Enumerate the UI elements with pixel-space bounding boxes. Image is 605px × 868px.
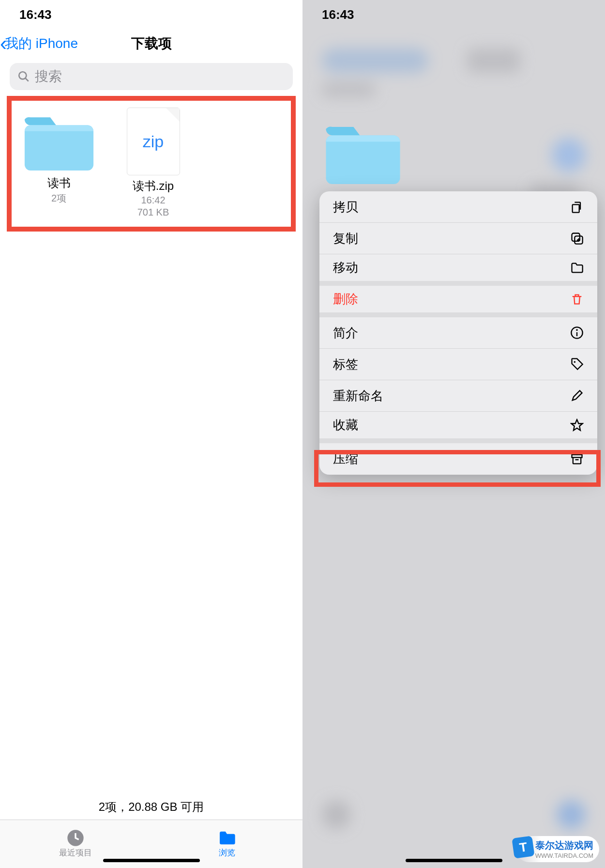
- menu-item-label: 复制: [333, 230, 358, 247]
- folder-icon: [20, 108, 98, 170]
- menu-item-label: 删除: [333, 291, 358, 308]
- menu-item-tag[interactable]: 标签: [319, 349, 597, 380]
- menu-item-info[interactable]: 简介: [319, 317, 597, 349]
- file-size: 701 KB: [137, 207, 169, 218]
- copy-icon: [570, 200, 584, 214]
- folder-icon: [570, 261, 584, 275]
- menu-item-archive[interactable]: 压缩: [319, 443, 597, 475]
- menu-item-duplicate[interactable]: 复制: [319, 223, 597, 254]
- search-placeholder: 搜索: [35, 67, 62, 86]
- menu-item-pencil[interactable]: 重新命名: [319, 380, 597, 412]
- file-name: 读书.zip: [133, 178, 174, 194]
- watermark-title: 泰尔达游戏网: [535, 839, 593, 852]
- home-indicator[interactable]: [406, 859, 502, 862]
- storage-info: 2项，20.88 GB 可用: [0, 799, 302, 815]
- search-input[interactable]: 搜索: [10, 63, 293, 90]
- menu-item-label: 标签: [333, 356, 358, 373]
- trash-icon: [570, 293, 584, 306]
- right-phone-screen: 16:43 拷贝复制移动删除简介标签重新命名收藏压缩: [302, 0, 605, 868]
- watermark: T 泰尔达游戏网 WWW.TAIRDA.COM: [516, 836, 599, 862]
- zip-badge-text: zip: [143, 132, 164, 151]
- duplicate-icon: [570, 232, 584, 245]
- info-icon: [570, 326, 584, 340]
- context-menu: 拷贝复制移动删除简介标签重新命名收藏压缩: [319, 191, 597, 475]
- tab-label: 浏览: [219, 847, 235, 858]
- menu-item-label: 拷贝: [333, 199, 358, 216]
- back-label: 我的 iPhone: [5, 34, 78, 53]
- menu-item-folder[interactable]: 移动: [319, 254, 597, 286]
- tab-label: 最近项目: [59, 847, 92, 858]
- watermark-badge: T: [512, 836, 534, 858]
- zip-file-icon: zip: [127, 108, 180, 175]
- status-time: 16:43: [322, 7, 354, 22]
- back-button[interactable]: ‹ 我的 iPhone: [0, 32, 78, 55]
- folder-icon: [217, 830, 237, 846]
- zip-file-item[interactable]: zip 读书.zip 16:42 701 KB: [111, 108, 196, 218]
- menu-item-trash[interactable]: 删除: [319, 286, 597, 317]
- file-time: 16:42: [141, 195, 165, 206]
- search-icon: [17, 70, 30, 83]
- menu-item-label: 压缩: [333, 450, 358, 467]
- pencil-icon: [570, 389, 584, 403]
- home-indicator[interactable]: [103, 859, 200, 862]
- menu-item-star[interactable]: 收藏: [319, 412, 597, 443]
- clock-icon: [66, 830, 85, 846]
- folder-item[interactable]: 读书 2项: [16, 108, 101, 218]
- page-title: 下载项: [131, 34, 172, 53]
- status-time: 16:43: [19, 7, 52, 22]
- star-icon: [570, 418, 584, 432]
- status-bar: 16:43: [0, 0, 302, 29]
- file-name: 读书: [47, 175, 71, 191]
- context-folder-preview: [322, 116, 404, 184]
- menu-item-label: 简介: [333, 325, 358, 341]
- menu-item-copy[interactable]: 拷贝: [319, 191, 597, 223]
- menu-item-label: 重新命名: [333, 388, 383, 404]
- status-bar: 16:43: [302, 0, 605, 29]
- nav-bar: ‹ 我的 iPhone 下载项: [0, 29, 302, 58]
- watermark-url: WWW.TAIRDA.COM: [535, 852, 593, 859]
- left-phone-screen: 16:43 ‹ 我的 iPhone 下载项 搜索 读书 2项: [0, 0, 302, 868]
- menu-item-label: 收藏: [333, 417, 358, 434]
- menu-item-label: 移动: [333, 259, 358, 276]
- archive-icon: [570, 452, 584, 466]
- tag-icon: [570, 357, 584, 371]
- highlighted-files-area: 读书 2项 zip 读书.zip 16:42 701 KB: [7, 96, 296, 232]
- file-meta: 2项: [51, 192, 66, 205]
